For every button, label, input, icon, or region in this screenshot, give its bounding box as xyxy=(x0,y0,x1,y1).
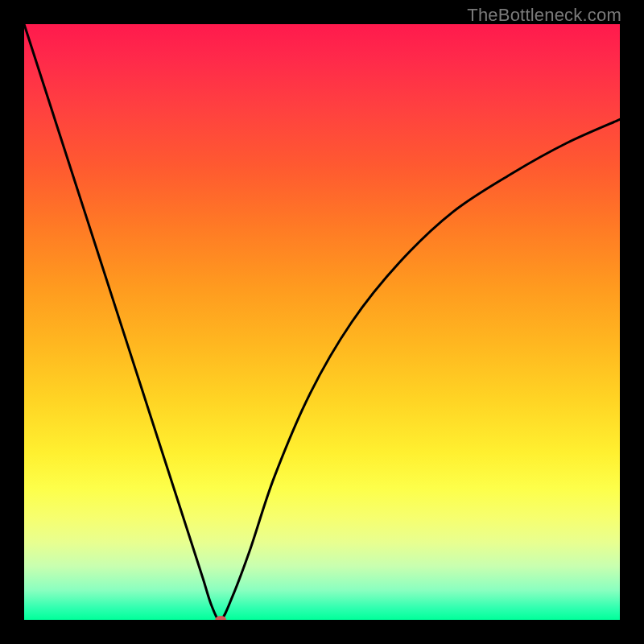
bottleneck-curve-layer xyxy=(24,24,620,620)
plot-area xyxy=(24,24,620,620)
minimum-marker xyxy=(215,616,226,620)
watermark-text: TheBottleneck.com xyxy=(467,5,621,26)
bottleneck-curve xyxy=(24,24,620,620)
chart-frame: TheBottleneck.com xyxy=(0,0,644,644)
